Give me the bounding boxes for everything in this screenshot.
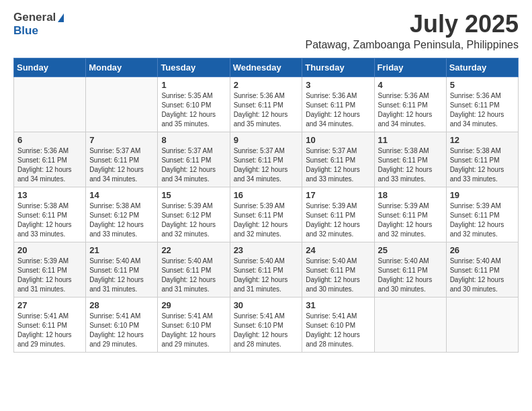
calendar-cell: 21Sunrise: 5:40 AMSunset: 6:11 PMDayligh…: [86, 242, 158, 297]
day-number: 2: [234, 80, 299, 90]
day-number: 4: [378, 80, 443, 90]
logo: General Blue: [13, 11, 64, 38]
calendar-cell: 4Sunrise: 5:36 AMSunset: 6:11 PMDaylight…: [374, 77, 446, 132]
logo-triangle-icon: [58, 13, 64, 22]
day-number: 23: [234, 245, 299, 255]
day-info: Sunrise: 5:41 AMSunset: 6:10 PMDaylight:…: [161, 312, 226, 349]
calendar-cell: 6Sunrise: 5:36 AMSunset: 6:11 PMDaylight…: [14, 132, 86, 187]
calendar-cell: 22Sunrise: 5:40 AMSunset: 6:11 PMDayligh…: [158, 242, 230, 297]
logo-blue: Blue: [13, 24, 38, 38]
calendar-cell: [86, 77, 158, 132]
weekday-header-sunday: Sunday: [14, 58, 86, 77]
day-number: 22: [161, 245, 226, 255]
day-number: 1: [161, 80, 226, 90]
weekday-header-saturday: Saturday: [446, 58, 518, 77]
day-info: Sunrise: 5:41 AMSunset: 6:11 PMDaylight:…: [17, 312, 82, 349]
weekday-header-tuesday: Tuesday: [158, 58, 230, 77]
day-number: 7: [89, 135, 154, 145]
calendar-cell: 29Sunrise: 5:41 AMSunset: 6:10 PMDayligh…: [158, 297, 230, 352]
calendar-cell: 2Sunrise: 5:36 AMSunset: 6:11 PMDaylight…: [230, 77, 302, 132]
day-number: 14: [89, 190, 154, 200]
month-title: July 2025: [305, 11, 519, 38]
day-info: Sunrise: 5:41 AMSunset: 6:10 PMDaylight:…: [234, 312, 299, 349]
day-number: 8: [161, 135, 226, 145]
calendar-cell: [446, 297, 518, 352]
calendar-cell: [374, 297, 446, 352]
day-number: 19: [450, 190, 515, 200]
day-number: 16: [234, 190, 299, 200]
calendar-cell: 14Sunrise: 5:38 AMSunset: 6:12 PMDayligh…: [86, 187, 158, 242]
calendar-cell: 1Sunrise: 5:35 AMSunset: 6:10 PMDaylight…: [158, 77, 230, 132]
calendar-table: SundayMondayTuesdayWednesdayThursdayFrid…: [13, 58, 519, 353]
calendar-cell: 19Sunrise: 5:39 AMSunset: 6:11 PMDayligh…: [446, 187, 518, 242]
day-number: 26: [450, 245, 515, 255]
day-info: Sunrise: 5:38 AMSunset: 6:12 PMDaylight:…: [89, 201, 154, 239]
title-area: July 2025 Patawag, Zamboanga Peninsula, …: [305, 11, 519, 51]
calendar-cell: 12Sunrise: 5:38 AMSunset: 6:11 PMDayligh…: [446, 132, 518, 187]
day-info: Sunrise: 5:39 AMSunset: 6:11 PMDaylight:…: [234, 201, 299, 239]
day-info: Sunrise: 5:41 AMSunset: 6:10 PMDaylight:…: [306, 312, 370, 349]
day-info: Sunrise: 5:40 AMSunset: 6:11 PMDaylight:…: [89, 257, 154, 294]
weekday-header-thursday: Thursday: [302, 58, 374, 77]
day-info: Sunrise: 5:40 AMSunset: 6:11 PMDaylight:…: [306, 257, 370, 294]
day-info: Sunrise: 5:39 AMSunset: 6:12 PMDaylight:…: [161, 201, 226, 239]
calendar-cell: 17Sunrise: 5:39 AMSunset: 6:11 PMDayligh…: [302, 187, 374, 242]
day-info: Sunrise: 5:36 AMSunset: 6:11 PMDaylight:…: [234, 91, 299, 129]
location-title: Patawag, Zamboanga Peninsula, Philippine…: [305, 39, 519, 51]
calendar-week-row: 20Sunrise: 5:39 AMSunset: 6:11 PMDayligh…: [14, 242, 519, 297]
day-info: Sunrise: 5:39 AMSunset: 6:11 PMDaylight:…: [306, 201, 370, 239]
calendar-week-row: 1Sunrise: 5:35 AMSunset: 6:10 PMDaylight…: [14, 77, 519, 132]
page-header: General Blue July 2025 Patawag, Zamboang…: [13, 11, 519, 51]
day-info: Sunrise: 5:38 AMSunset: 6:11 PMDaylight:…: [17, 201, 82, 239]
calendar-cell: 30Sunrise: 5:41 AMSunset: 6:10 PMDayligh…: [230, 297, 302, 352]
day-number: 29: [161, 300, 226, 310]
day-number: 28: [89, 300, 154, 310]
day-info: Sunrise: 5:37 AMSunset: 6:11 PMDaylight:…: [234, 146, 299, 184]
day-info: Sunrise: 5:37 AMSunset: 6:11 PMDaylight:…: [161, 146, 226, 184]
day-info: Sunrise: 5:40 AMSunset: 6:11 PMDaylight:…: [450, 257, 515, 294]
calendar-cell: 28Sunrise: 5:41 AMSunset: 6:10 PMDayligh…: [86, 297, 158, 352]
calendar-cell: 5Sunrise: 5:36 AMSunset: 6:11 PMDaylight…: [446, 77, 518, 132]
day-info: Sunrise: 5:39 AMSunset: 6:11 PMDaylight:…: [17, 257, 82, 294]
weekday-header-monday: Monday: [86, 58, 158, 77]
weekday-header-row: SundayMondayTuesdayWednesdayThursdayFrid…: [14, 58, 519, 77]
day-info: Sunrise: 5:39 AMSunset: 6:11 PMDaylight:…: [378, 201, 443, 239]
weekday-header-wednesday: Wednesday: [230, 58, 302, 77]
weekday-header-friday: Friday: [374, 58, 446, 77]
day-info: Sunrise: 5:41 AMSunset: 6:10 PMDaylight:…: [89, 312, 154, 349]
day-number: 12: [450, 135, 515, 145]
day-info: Sunrise: 5:39 AMSunset: 6:11 PMDaylight:…: [450, 201, 515, 239]
day-info: Sunrise: 5:38 AMSunset: 6:11 PMDaylight:…: [378, 146, 443, 184]
day-number: 18: [378, 190, 443, 200]
day-number: 11: [378, 135, 443, 145]
day-number: 13: [17, 190, 82, 200]
day-number: 21: [89, 245, 154, 255]
calendar-cell: 25Sunrise: 5:40 AMSunset: 6:11 PMDayligh…: [374, 242, 446, 297]
calendar-cell: 26Sunrise: 5:40 AMSunset: 6:11 PMDayligh…: [446, 242, 518, 297]
day-info: Sunrise: 5:37 AMSunset: 6:11 PMDaylight:…: [306, 146, 370, 184]
day-info: Sunrise: 5:40 AMSunset: 6:11 PMDaylight:…: [161, 257, 226, 294]
day-number: 30: [234, 300, 299, 310]
day-info: Sunrise: 5:36 AMSunset: 6:11 PMDaylight:…: [450, 91, 515, 129]
calendar-cell: 24Sunrise: 5:40 AMSunset: 6:11 PMDayligh…: [302, 242, 374, 297]
day-number: 20: [17, 245, 82, 255]
day-number: 9: [234, 135, 299, 145]
day-number: 10: [306, 135, 370, 145]
day-number: 25: [378, 245, 443, 255]
day-number: 27: [17, 300, 82, 310]
day-info: Sunrise: 5:37 AMSunset: 6:11 PMDaylight:…: [89, 146, 154, 184]
day-info: Sunrise: 5:36 AMSunset: 6:11 PMDaylight:…: [306, 91, 370, 129]
logo-general: General: [13, 11, 56, 24]
day-number: 3: [306, 80, 370, 90]
day-info: Sunrise: 5:40 AMSunset: 6:11 PMDaylight:…: [378, 257, 443, 294]
calendar-cell: 20Sunrise: 5:39 AMSunset: 6:11 PMDayligh…: [14, 242, 86, 297]
day-info: Sunrise: 5:40 AMSunset: 6:11 PMDaylight:…: [234, 257, 299, 294]
calendar-cell: 9Sunrise: 5:37 AMSunset: 6:11 PMDaylight…: [230, 132, 302, 187]
calendar-cell: 27Sunrise: 5:41 AMSunset: 6:11 PMDayligh…: [14, 297, 86, 352]
calendar-cell: 11Sunrise: 5:38 AMSunset: 6:11 PMDayligh…: [374, 132, 446, 187]
day-info: Sunrise: 5:38 AMSunset: 6:11 PMDaylight:…: [450, 146, 515, 184]
day-info: Sunrise: 5:36 AMSunset: 6:11 PMDaylight:…: [378, 91, 443, 129]
calendar-cell: 13Sunrise: 5:38 AMSunset: 6:11 PMDayligh…: [14, 187, 86, 242]
day-number: 24: [306, 245, 370, 255]
calendar-week-row: 6Sunrise: 5:36 AMSunset: 6:11 PMDaylight…: [14, 132, 519, 187]
